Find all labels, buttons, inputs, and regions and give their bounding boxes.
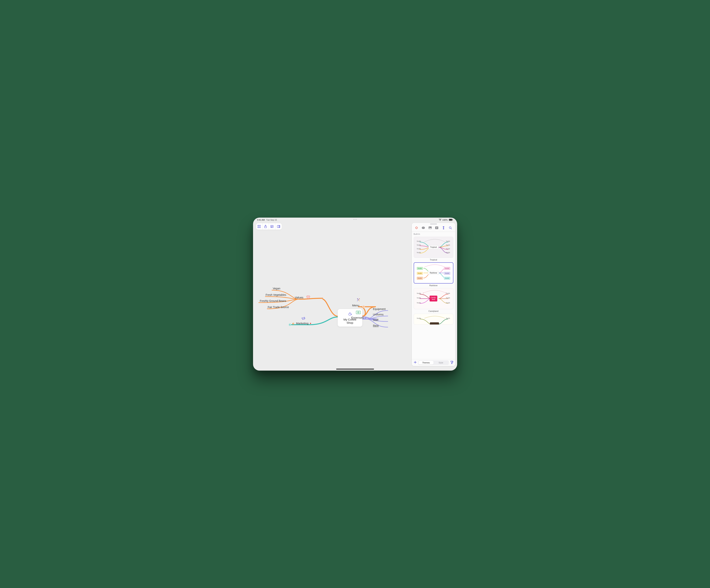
mindmap-canvas[interactable]: My Coffee Shop Values Vegan Fresh Vegeta… xyxy=(253,222,412,371)
battery-percent: 100% xyxy=(442,219,448,221)
svg-text:#: # xyxy=(436,227,437,229)
collapse-toggle[interactable] xyxy=(289,323,291,326)
values-child-node[interactable]: Fair Trade Source xyxy=(268,305,289,309)
theme-preview-node: Node xyxy=(444,277,450,280)
theme-list[interactable]: Tropical Node Node Node Node Node Node N… xyxy=(412,236,455,359)
theme-preview-center: Candy- land xyxy=(430,296,437,302)
theme-preview-node: Node xyxy=(446,302,450,304)
search-tab-button[interactable] xyxy=(448,225,453,230)
sidebar-footer: Themes Style xyxy=(412,359,455,366)
sidebar-drag-handle[interactable] xyxy=(430,224,437,224)
svg-rect-28 xyxy=(451,363,452,364)
collapse-toggle[interactable] xyxy=(362,305,365,308)
theme-preview-node: Node xyxy=(444,272,450,275)
theme-preview-node: Node xyxy=(446,297,450,299)
crosshair-tab-button[interactable] xyxy=(414,225,419,230)
svg-rect-26 xyxy=(430,322,439,324)
theme-preview-node: Node xyxy=(417,297,421,299)
theme-preview-node: Node xyxy=(444,267,450,270)
notes-tab-button[interactable] xyxy=(421,225,426,230)
expenses-node[interactable]: Expenses xyxy=(351,316,364,319)
theme-card-candyland[interactable]: Candy- land Node Node Node Node Node Nod… xyxy=(414,288,453,309)
seg-style[interactable]: Style xyxy=(433,361,448,365)
sidebar-section-header: Built-In xyxy=(412,232,455,236)
expenses-child-node[interactable]: Equipment xyxy=(373,308,386,311)
marketing-note-indicator-icon[interactable] xyxy=(310,323,311,324)
theme-preview-node: Node xyxy=(446,252,450,254)
expenses-child-node[interactable]: Uniforms xyxy=(373,313,384,316)
svg-point-17 xyxy=(423,228,424,228)
ipad-device-frame: 9:41 AM Tue Sep 15 100% xyxy=(253,218,457,371)
inspector-sidebar: # Built-In Tropical Nod xyxy=(412,223,455,366)
wifi-icon xyxy=(439,219,442,221)
utensils-icon xyxy=(356,298,361,303)
status-bar: 9:41 AM Tue Sep 15 100% xyxy=(253,218,457,222)
add-theme-button[interactable] xyxy=(414,361,417,365)
svg-point-20 xyxy=(429,227,430,228)
seg-themes[interactable]: Themes xyxy=(419,361,433,365)
theme-preview-node: Node xyxy=(417,244,421,246)
theme-title: Candyland xyxy=(414,310,453,312)
theme-title: Rainbow xyxy=(414,284,453,287)
theme-preview-node: Node xyxy=(446,240,450,242)
theme-preview-node: Node xyxy=(417,277,423,280)
heart-icon xyxy=(306,295,310,300)
svg-point-16 xyxy=(423,228,423,228)
sidebar-tabs: # xyxy=(412,225,455,232)
values-child-node[interactable]: Vegan xyxy=(273,287,280,290)
theme-preview-node: Node xyxy=(417,240,421,242)
status-time: 9:41 AM xyxy=(257,219,265,221)
menu-node[interactable]: Menu xyxy=(352,304,359,307)
svg-rect-1 xyxy=(449,219,452,220)
marketing-node[interactable]: Marketing xyxy=(296,322,309,325)
theme-preview-node: Node xyxy=(417,302,421,304)
multitask-dots-icon[interactable] xyxy=(353,219,357,220)
money-icon: $ xyxy=(356,311,361,315)
values-child-node[interactable]: Freshly Ground Beans xyxy=(260,299,286,302)
mindmap-edges xyxy=(253,222,412,371)
theme-preview-node: Node xyxy=(417,248,421,250)
values-node[interactable]: Values xyxy=(295,296,304,299)
svg-point-18 xyxy=(424,228,424,228)
svg-rect-27 xyxy=(451,361,453,362)
theme-preview-node: Node xyxy=(446,244,450,246)
style-tab-button[interactable] xyxy=(441,225,446,230)
expenses-child-node[interactable]: Staff xyxy=(373,318,379,321)
theme-preview-center: Tropical xyxy=(428,245,439,249)
svg-rect-2 xyxy=(452,219,453,220)
theme-title: Tropical xyxy=(414,259,453,261)
theme-preview-node: Node xyxy=(446,292,450,294)
marketing-status-icon: ◐ xyxy=(292,322,294,325)
theme-preview-node: Node xyxy=(446,248,450,250)
battery-icon xyxy=(448,219,453,221)
theme-preview-node: Node xyxy=(417,252,421,254)
paint-roller-button[interactable] xyxy=(450,361,453,365)
values-child-node[interactable]: Fresh Vegetables xyxy=(266,293,286,296)
theme-preview-node: Node xyxy=(417,292,421,294)
status-date: Tue Sep 15 xyxy=(266,219,277,221)
image-tab-button[interactable] xyxy=(428,225,432,230)
svg-point-24 xyxy=(423,293,424,293)
theme-card-rainbow[interactable]: Rainbow Node Node Node Node Node Node xyxy=(414,262,453,284)
theme-preview-node: Node xyxy=(417,267,423,270)
theme-preview-node: Node xyxy=(446,317,450,319)
theme-preview-node: Node xyxy=(417,317,421,319)
megaphone-icon xyxy=(301,316,306,321)
themes-style-segmented-control[interactable]: Themes Style xyxy=(418,360,449,365)
expenses-child-node[interactable]: Rent xyxy=(373,324,379,327)
theme-card-next[interactable]: Node Node xyxy=(414,314,453,325)
svg-text:$: $ xyxy=(358,312,359,313)
theme-preview-node: Node xyxy=(417,272,423,275)
theme-card-tropical[interactable]: Tropical Node Node Node Node Node Node N… xyxy=(414,237,453,258)
tag-tab-button[interactable]: # xyxy=(434,225,439,230)
home-indicator[interactable] xyxy=(336,369,374,369)
theme-preview-center: Rainbow xyxy=(428,271,439,275)
